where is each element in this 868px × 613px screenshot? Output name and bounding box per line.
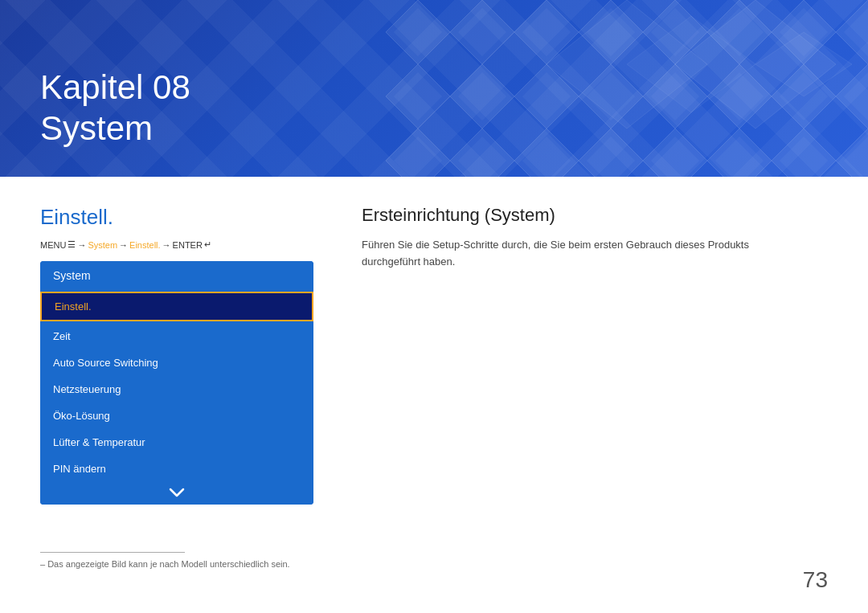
menu-item-auto-source[interactable]: Auto Source Switching — [40, 349, 313, 376]
menu-item-zeit[interactable]: Zeit — [40, 323, 313, 349]
header-title: Kapitel 08 System — [40, 67, 190, 149]
content-area: Einstell. MENU ☰ → System → Einstell. → … — [0, 177, 868, 529]
breadcrumb-arrow-3: → — [162, 240, 171, 250]
menu-icon: ☰ — [68, 239, 76, 250]
menu-items: Einstell. Zeit Auto Source Switching Net… — [40, 292, 313, 505]
menu-item-einstell[interactable]: Einstell. — [40, 292, 313, 321]
system-menu-header: System — [40, 261, 313, 290]
breadcrumb-arrow-2: → — [119, 240, 128, 250]
system-menu: System Einstell. Zeit Auto Source Switch… — [40, 261, 313, 505]
right-column: Ersteinrichtung (System) Führen Sie die … — [362, 205, 828, 505]
menu-item-oeko[interactable]: Öko-Lösung — [40, 403, 313, 429]
footer-text: – Das angezeigte Bild kann je nach Model… — [40, 559, 828, 569]
chapter-label: Kapitel 08 — [40, 67, 190, 108]
system-breadcrumb: System — [88, 240, 117, 250]
content-description: Führen Sie die Setup-Schritte durch, die… — [362, 237, 764, 271]
header-banner: Kapitel 08 System — [0, 0, 868, 177]
enter-label: ENTER — [173, 240, 203, 250]
left-column: Einstell. MENU ☰ → System → Einstell. → … — [40, 205, 313, 505]
breadcrumb: MENU ☰ → System → Einstell. → ENTER ↵ — [40, 239, 313, 250]
enter-icon: ↵ — [204, 239, 211, 250]
header-pattern — [386, 0, 868, 177]
footer-note: – Das angezeigte Bild kann je nach Model… — [40, 552, 828, 569]
menu-item-luefter[interactable]: Lüfter & Temperatur — [40, 429, 313, 456]
content-title: Ersteinrichtung (System) — [362, 205, 828, 226]
menu-label: MENU — [40, 240, 66, 250]
menu-item-pin[interactable]: PIN ändern — [40, 456, 313, 482]
einstell-breadcrumb: Einstell. — [129, 240, 161, 250]
breadcrumb-arrow-1: → — [77, 240, 86, 250]
section-title: Einstell. — [40, 205, 313, 230]
menu-chevron-down[interactable] — [40, 482, 313, 505]
section-label: System — [40, 108, 190, 149]
menu-item-netzsteuerung[interactable]: Netzsteuerung — [40, 376, 313, 403]
page-number: 73 — [803, 567, 828, 593]
footer-divider — [40, 552, 185, 553]
